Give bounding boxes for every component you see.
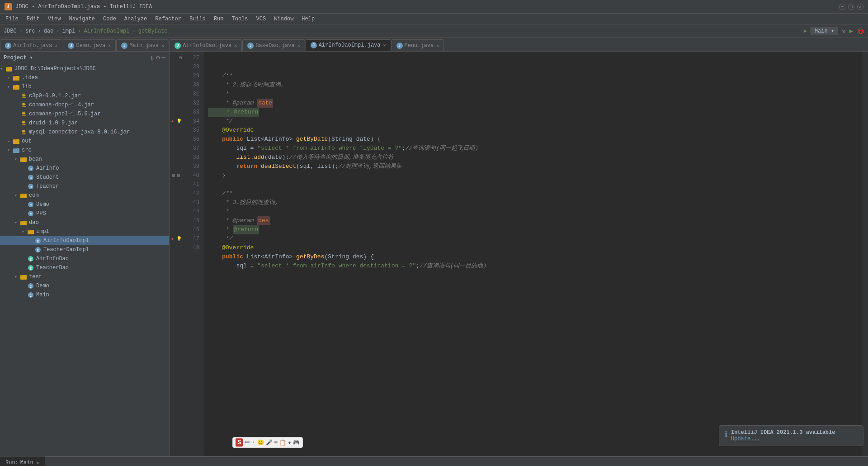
ime-zh[interactable]: 中 [245, 439, 250, 447]
hint-icon-47[interactable]: 💡 [176, 236, 182, 242]
nav-src[interactable]: src [25, 28, 35, 34]
tab-airinfodaoimpl-java[interactable]: JAirInfoDaoImpl.java✕ [306, 39, 391, 51]
tree-item-teacherdaoimpl[interactable]: CTeacherDaoImpl [0, 245, 169, 254]
tab-airinfodao-java[interactable]: JAirInfoDao.java✕ [170, 39, 242, 51]
menu-item-run[interactable]: Run [210, 15, 227, 23]
sidebar-expand-icon[interactable]: ⇅ [151, 54, 154, 62]
tree-item-dbcp[interactable]: 🗜commons-dbcp-1.4.jar [0, 100, 169, 109]
window-controls[interactable]: — ❐ ✕ [839, 4, 863, 10]
run-tab-close[interactable]: ✕ [36, 460, 39, 466]
tree-item-com[interactable]: ▾com [0, 191, 169, 200]
breakpoint-icon-34[interactable]: ● [170, 118, 175, 124]
tab-close-menu-java[interactable]: ✕ [436, 43, 439, 48]
tree-item-student[interactable]: CStudent [0, 173, 169, 182]
tree-item-pool[interactable]: 🗜commons-pool-1.5.6.jar [0, 109, 169, 119]
menu-item-tools[interactable]: Tools [228, 15, 252, 23]
tab-close-airinfodaoimpl-java[interactable]: ✕ [383, 43, 386, 48]
jar-icon-druid: 🗜 [20, 119, 27, 127]
tree-item-mysql[interactable]: 🗜mysql-connector-java-8.0.16.jar [0, 128, 169, 137]
tree-item-teacher[interactable]: CTeacher [0, 182, 169, 191]
ime-mic[interactable]: 🎤 [266, 439, 273, 446]
tab-close-airinfodao-java[interactable]: ✕ [234, 43, 237, 48]
ime-dot[interactable]: · [252, 439, 255, 446]
menu-item-navigate[interactable]: Navigate [65, 15, 99, 23]
ime-arrow[interactable]: ✈ [288, 439, 291, 446]
tab-menu-java[interactable]: JMenu.java✕ [392, 39, 444, 51]
tree-item-idea[interactable]: ▸.idea [0, 73, 169, 82]
tree-item-bean[interactable]: ▾bean [0, 155, 169, 164]
tab-close-airinfo-java[interactable]: ✕ [55, 43, 57, 48]
line-num-33: 33 [185, 108, 199, 117]
tree-item-c3p0[interactable]: 🗜c3p0-0.9.1.2.jar [0, 91, 169, 100]
notification: ℹ IntelliJ IDEA 2021.1.3 available Updat… [719, 425, 863, 446]
ime-clipboard[interactable]: 📋 [279, 439, 286, 446]
menu-item-analyze[interactable]: Analyze [121, 15, 151, 23]
tab-airinfo-java[interactable]: JAirInfo.java✕ [0, 39, 62, 51]
nav-impl[interactable]: impl [62, 28, 75, 34]
breakpoint-icon-47[interactable]: ● [170, 236, 175, 242]
jar-icon-mysql: 🗜 [20, 128, 27, 136]
notification-link[interactable]: Update... [731, 436, 858, 442]
nav-debug-btn[interactable]: 🐞 [857, 27, 864, 35]
nav-jdbc[interactable]: JDBC [4, 28, 17, 34]
nav-run-btn[interactable]: ▶ [849, 27, 853, 35]
menu-item-build[interactable]: Build [186, 15, 209, 23]
ime-keyboard[interactable]: ⌨ [274, 439, 278, 446]
menu-item-help[interactable]: Help [298, 15, 318, 23]
fold-icon-27[interactable]: ⊟ [179, 55, 182, 61]
run-tab[interactable]: Run: Main ✕ [0, 456, 45, 466]
tab-close-basedao-java[interactable]: ✕ [297, 43, 300, 48]
sidebar-close-icon[interactable]: — [162, 54, 165, 62]
menu-item-window[interactable]: Window [270, 15, 297, 23]
menu-item-file[interactable]: File [2, 15, 22, 23]
menu-item-code[interactable]: Code [99, 15, 120, 23]
run-config[interactable]: Main ▾ [811, 27, 838, 35]
tree-item-lib[interactable]: ▾lib [0, 82, 169, 91]
nav-getbydate[interactable]: getByDate [138, 28, 168, 34]
nav-airinfodaoimpl[interactable]: AirInfoDaoImpl [84, 28, 130, 34]
tree-arrow-jdbc-root: ▾ [0, 66, 5, 71]
menu-item-vcs[interactable]: VCS [253, 15, 270, 23]
tree-item-test[interactable]: ▾test [0, 272, 169, 281]
folder-icon-idea [13, 74, 20, 81]
fold-icon-40[interactable]: ⊟ [172, 173, 175, 178]
code-editor[interactable]: /** * 2.按起飞时间查询, * * @param date * @retu… [203, 52, 863, 456]
menu-item-refactor[interactable]: Refactor [151, 15, 185, 23]
tree-item-airinfodao[interactable]: IAirInfoDao [0, 254, 169, 263]
nav-build-icon[interactable]: ⚒ [842, 27, 845, 35]
tab-main-java[interactable]: JMain.java✕ [116, 39, 169, 51]
tree-item-demo[interactable]: CDemo [0, 200, 169, 209]
tree-item-test-main[interactable]: CMain [0, 290, 169, 300]
tab-basedao-java[interactable]: JBaseDao.java✕ [242, 39, 305, 51]
tree-item-dao[interactable]: ▾dao [0, 218, 169, 227]
tree-item-airinfo[interactable]: CAirInfo [0, 164, 169, 173]
tab-close-main-java[interactable]: ✕ [161, 43, 164, 48]
tree-item-teacherdao[interactable]: ITeacherDao [0, 263, 169, 272]
tree-item-src[interactable]: ▾src [0, 146, 169, 155]
minimize-button[interactable]: — [839, 4, 845, 10]
tab-demo-java[interactable]: JDemo.java✕ [63, 39, 116, 51]
sidebar-settings-icon[interactable]: ⚙ [156, 54, 160, 62]
code-content[interactable]: ⊟●💡⊟⊟●💡 27282930313233343536373839404142… [170, 52, 868, 456]
ime-emoji[interactable]: 😊 [257, 439, 264, 446]
code-line-41: * 3.按目的地查询, [208, 198, 863, 207]
class-icon-test-demo: C [27, 282, 34, 290]
maximize-button[interactable]: ❐ [848, 4, 854, 10]
menu-item-edit[interactable]: Edit [23, 15, 43, 23]
tree-item-airinfodaoimpl[interactable]: CAirInfoDaoImpl [0, 236, 169, 245]
close-button[interactable]: ✕ [857, 4, 863, 10]
tree-item-jdbc-root[interactable]: ▾JDBC D:\IdeaProjects\JDBC [0, 64, 169, 73]
tree-item-out[interactable]: ▸out [0, 137, 169, 146]
tree-item-test-demo[interactable]: CDemo [0, 281, 169, 290]
menu-item-view[interactable]: View [44, 15, 65, 23]
line-num-31: 31 [185, 90, 199, 99]
tree-item-impl[interactable]: ▾impl [0, 227, 169, 236]
tab-close-demo-java[interactable]: ✕ [108, 43, 111, 48]
tree-item-druid[interactable]: 🗜druid-1.0.9.jar [0, 119, 169, 128]
hint-icon-34[interactable]: 💡 [176, 118, 182, 124]
nav-dao[interactable]: dao [44, 28, 54, 34]
tree-item-pps[interactable]: CPPS [0, 209, 169, 218]
fold-icon-40[interactable]: ⊟ [175, 172, 182, 179]
ime-s[interactable]: S [236, 438, 243, 447]
ime-game[interactable]: 🎮 [293, 439, 300, 446]
